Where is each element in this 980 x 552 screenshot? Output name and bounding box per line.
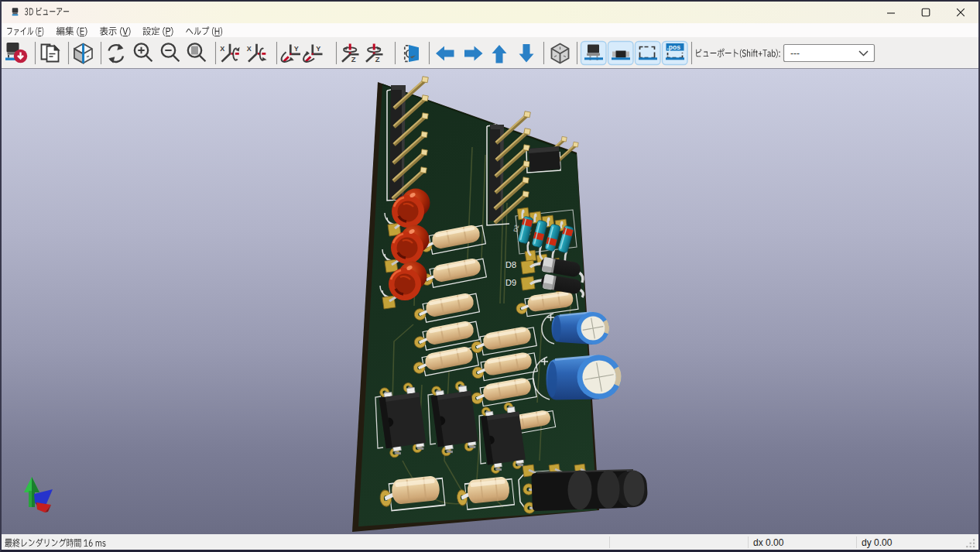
svg-text:D9: D9 — [505, 278, 516, 287]
svg-text:D8: D8 — [505, 260, 516, 269]
